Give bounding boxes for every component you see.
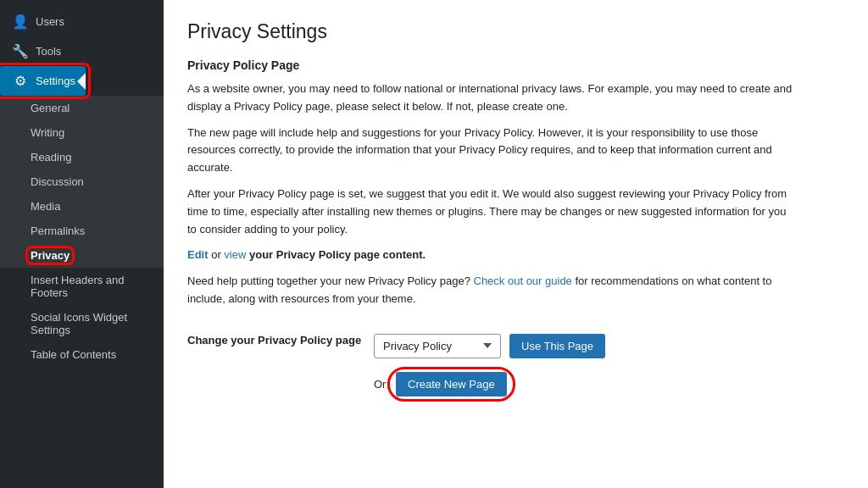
sidebar-item-tools[interactable]: 🔧 Tools <box>0 36 164 66</box>
sidebar-submenu-reading[interactable]: Reading <box>0 145 164 169</box>
para1: As a website owner, you may need to foll… <box>187 80 798 116</box>
policy-select-row: Change your Privacy Policy page Privacy … <box>187 327 844 365</box>
select-use-row: Privacy PolicySample PageAboutContact Us… <box>374 334 844 358</box>
help-text-row: Need help putting together your new Priv… <box>187 273 798 308</box>
sidebar-label-settings: Settings <box>36 75 75 87</box>
edit-view-row: Edit or view your Privacy Policy page co… <box>187 247 798 264</box>
para2: The new page will include help and sugge… <box>187 125 798 177</box>
page-title: Privacy Settings <box>187 20 844 43</box>
settings-icon: ⚙ <box>12 73 29 89</box>
users-icon: 👤 <box>12 14 29 30</box>
sidebar-item-users[interactable]: 👤 Users <box>0 7 164 36</box>
or-label: Or: <box>374 378 389 391</box>
policy-action-row: Change your Privacy Policy page Privacy … <box>187 327 844 403</box>
sidebar-submenu-settings: General Writing Reading Discussion Media… <box>0 96 164 268</box>
sidebar-item-settings[interactable]: ⚙ Settings <box>0 66 86 96</box>
policy-content-text: your Privacy Policy page content. <box>249 248 426 261</box>
use-this-page-button[interactable]: Use This Page <box>509 334 605 358</box>
create-new-page-circled: Create New Page <box>396 372 507 396</box>
sidebar-label-users: Users <box>36 15 64 28</box>
or-row: Or: Create New Page <box>374 372 844 396</box>
policy-table: Change your Privacy Policy page Privacy … <box>187 327 844 403</box>
change-label: Change your Privacy Policy page <box>187 334 361 347</box>
sidebar-submenu-privacy[interactable]: Privacy <box>0 243 164 268</box>
edit-link[interactable]: Edit <box>187 248 209 261</box>
sidebar: 👤 Users 🔧 Tools ⚙ Settings General Writi… <box>0 0 164 488</box>
sidebar-top-items: 👤 Users 🔧 Tools ⚙ Settings <box>0 0 164 96</box>
create-new-page-button[interactable]: Create New Page <box>396 372 507 396</box>
sidebar-item-social-icons[interactable]: Social Icons Widget Settings <box>0 305 164 342</box>
sidebar-item-insert-headers-footers[interactable]: Insert Headers and Footers <box>0 268 164 305</box>
sidebar-submenu-discussion[interactable]: Discussion <box>0 169 164 194</box>
sidebar-submenu-general[interactable]: General <box>0 96 164 120</box>
main-content: Privacy Settings Privacy Policy Page As … <box>164 0 868 488</box>
edit-or-separator: or <box>211 248 224 261</box>
para3: After your Privacy Policy page is set, w… <box>187 186 798 238</box>
section-title: Privacy Policy Page <box>187 58 844 72</box>
view-link[interactable]: view <box>224 248 246 261</box>
privacy-policy-dropdown[interactable]: Privacy PolicySample PageAboutContact <box>374 334 501 358</box>
check-guide-link[interactable]: Check out our guide <box>474 274 572 287</box>
sidebar-submenu-media[interactable]: Media <box>0 194 164 219</box>
sidebar-submenu-permalinks[interactable]: Permalinks <box>0 219 164 243</box>
create-new-row: Or: Create New Page <box>187 365 844 403</box>
sidebar-bottom-items: Insert Headers and Footers Social Icons … <box>0 268 164 367</box>
sidebar-submenu-writing[interactable]: Writing <box>0 120 164 145</box>
tools-icon: 🔧 <box>12 43 29 59</box>
sidebar-label-tools: Tools <box>36 45 61 58</box>
sidebar-item-table-of-contents[interactable]: Table of Contents <box>0 342 164 367</box>
